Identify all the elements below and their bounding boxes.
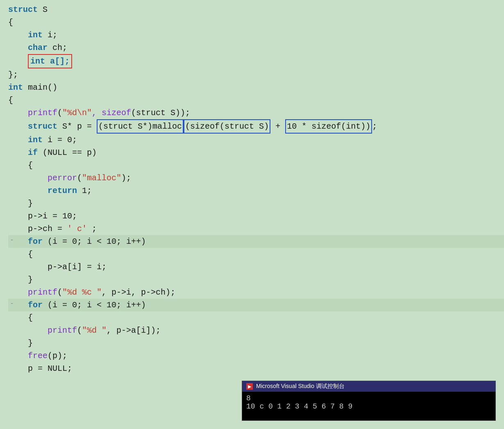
code-line: p = NULL;	[8, 362, 504, 375]
code-line: {	[8, 311, 504, 324]
code-line: -struct S	[8, 3, 504, 16]
code-line: {	[8, 94, 504, 107]
code-line: }	[8, 337, 504, 350]
code-token: (	[57, 107, 62, 119]
highlighted-code-red: int a[];	[28, 54, 72, 68]
code-token: "%d\n"	[62, 107, 92, 119]
code-line: {	[8, 159, 504, 172]
code-line: p->i = 10;	[8, 210, 504, 222]
code-token: (	[57, 286, 62, 299]
code-line: -int main()	[8, 81, 504, 94]
code-token: , p->i, p->ch);	[102, 286, 175, 299]
code-token: printf	[8, 286, 57, 299]
code-line: {	[8, 248, 504, 261]
code-token	[8, 55, 28, 68]
code-token: (	[77, 172, 82, 184]
code-token: }	[8, 197, 33, 210]
code-token: (	[77, 324, 82, 337]
code-token: "%d "	[82, 324, 107, 337]
gutter-marker: -	[9, 81, 15, 91]
code-line: - for (i = 0; i < 10; i++)	[8, 299, 504, 311]
code-line: - for (i = 0; i < 10; i++)	[8, 235, 504, 248]
code-token: printf	[8, 324, 77, 337]
code-token: ch;	[48, 41, 67, 54]
code-line: char ch;	[8, 41, 504, 54]
code-token: ' c'	[67, 222, 87, 235]
code-token: , p->a[i]);	[107, 324, 161, 337]
gutter-marker: -	[9, 3, 15, 14]
console-window: ▶ Microsoft Visual Studio 调试控制台 8 10 c 0…	[242, 381, 496, 421]
code-token: p->a[i] = i;	[8, 261, 107, 273]
highlighted-code-blue: (sizeof(struct S)	[184, 119, 270, 134]
code-token: return	[8, 184, 77, 197]
code-token: , sizeof	[92, 107, 131, 119]
code-token: (struct S));	[131, 107, 190, 119]
code-token: p = NULL;	[8, 362, 72, 375]
code-line: printf("%d\n", sizeof(struct S));	[8, 107, 504, 119]
code-token: (p);	[48, 350, 67, 362]
gutter-marker: -	[9, 235, 15, 245]
code-token: printf	[8, 107, 57, 119]
code-line: int a[];	[8, 54, 504, 68]
code-token: ;	[372, 120, 377, 133]
gutter-marker: -	[9, 299, 15, 309]
console-output: 8 10 c 0 1 2 3 4 5 6 7 8 9	[242, 392, 495, 420]
console-output-line1: 8	[246, 394, 491, 402]
code-line: return 1;	[8, 184, 504, 197]
code-token: (i = 0; i < 10; i++)	[43, 299, 146, 311]
code-line: p->ch = ' c' ;	[8, 222, 504, 235]
highlighted-code-blue: 10 * sizeof(int))	[285, 119, 372, 134]
code-line: int i;	[8, 29, 504, 41]
code-token: {	[8, 16, 13, 29]
code-token: char	[8, 41, 48, 54]
code-token: }	[8, 337, 33, 350]
code-line: {	[8, 16, 504, 29]
code-token: free	[8, 350, 48, 362]
code-token: "%d %c "	[62, 286, 102, 299]
code-token: if	[8, 146, 38, 159]
code-token: {	[8, 94, 13, 107]
code-line: perror("malloc");	[8, 172, 504, 184]
code-token: ()	[48, 81, 57, 94]
code-token: "malloc"	[82, 172, 121, 184]
code-token: S	[38, 3, 48, 16]
code-line: free(p);	[8, 350, 504, 362]
code-token: (NULL == p)	[38, 146, 97, 159]
code-token: };	[8, 68, 18, 81]
console-title: Microsoft Visual Studio 调试控制台	[256, 383, 345, 390]
console-output-line2: 10 c 0 1 2 3 4 5 6 7 8 9	[246, 402, 491, 411]
code-token: (i = 0; i < 10; i++)	[43, 235, 146, 248]
code-token: {	[8, 248, 33, 261]
code-token: int	[8, 134, 43, 146]
code-token: 1;	[77, 184, 92, 197]
code-line: }	[8, 197, 504, 210]
code-token: {	[8, 159, 33, 172]
code-token: }	[8, 273, 33, 286]
code-line: };	[8, 68, 504, 81]
code-token: );	[121, 172, 131, 184]
console-titlebar: ▶ Microsoft Visual Studio 调试控制台	[242, 381, 495, 392]
code-token: i;	[43, 29, 57, 41]
code-line: printf("%d ", p->a[i]);	[8, 324, 504, 337]
code-line: struct S* p = (struct S*)malloc(sizeof(s…	[8, 119, 504, 134]
code-token: +	[270, 120, 285, 133]
code-line: printf("%d %c ", p->i, p->ch);	[8, 286, 504, 299]
code-line: p->a[i] = i;	[8, 261, 504, 273]
code-token: p->ch =	[8, 222, 67, 235]
code-token: S* p =	[57, 120, 97, 133]
code-token: i = 0;	[43, 134, 77, 146]
code-token: struct	[8, 120, 57, 133]
code-token: p->i = 10;	[8, 210, 77, 222]
code-line: if (NULL == p)	[8, 146, 504, 159]
code-token: perror	[8, 172, 77, 184]
highlighted-code-blue: (struct S*)malloc	[97, 119, 184, 134]
code-line: int i = 0;	[8, 134, 504, 146]
code-token: ;	[87, 222, 97, 235]
console-app-icon: ▶	[246, 383, 253, 390]
code-token: main	[23, 81, 48, 94]
code-line: }	[8, 273, 504, 286]
code-token: int	[8, 29, 43, 41]
code-editor: -struct S{ int i; char ch; int a[];};-in…	[0, 0, 504, 429]
code-token: {	[8, 311, 33, 324]
